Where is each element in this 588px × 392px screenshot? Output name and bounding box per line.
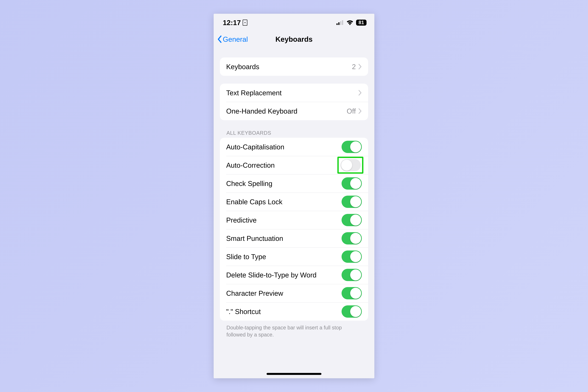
toggle-predictive[interactable] [342, 214, 362, 226]
row-label: Character Preview [226, 289, 283, 297]
toggle-knob [350, 233, 361, 244]
row-slide-type: Slide to Type [220, 248, 368, 266]
toggle-check-spelling[interactable] [342, 177, 362, 190]
toggle-auto-cap[interactable] [342, 141, 362, 153]
toggle-knob [350, 288, 361, 299]
toggle-knob [350, 214, 361, 226]
row-auto-correct: Auto-Correction [220, 156, 368, 174]
row-label: One-Handed Keyboard [226, 107, 298, 115]
back-label: General [223, 35, 248, 43]
toggle-knob [350, 251, 361, 262]
row-one-handed-keyboard[interactable]: One-Handed Keyboard Off [220, 102, 368, 120]
nav-bar: General Keyboards [214, 31, 374, 47]
row-label: Auto-Correction [226, 161, 275, 169]
row-right: 2 [352, 63, 362, 71]
chevron-right-icon [358, 64, 362, 70]
row-auto-cap: Auto-Capitalisation [220, 138, 368, 156]
status-right: 81 [336, 20, 366, 26]
row-label: Smart Punctuation [226, 234, 283, 242]
status-bar: 12:17 81 [214, 14, 374, 31]
toggle-knob [350, 270, 361, 280]
row-caps-lock: Enable Caps Lock [220, 192, 368, 211]
row-label: Auto-Capitalisation [226, 143, 284, 151]
section-title-all-keyboards: ALL KEYBOARDS [226, 130, 368, 136]
toggle-knob [350, 178, 361, 189]
group-all-keyboards: Auto-CapitalisationAuto-CorrectionCheck … [220, 138, 368, 321]
row-smart-punct: Smart Punctuation [220, 229, 368, 248]
row-char-preview: Character Preview [220, 284, 368, 302]
row-label: Enable Caps Lock [226, 198, 282, 206]
row-label: Slide to Type [226, 253, 266, 261]
toggle-knob [350, 306, 361, 317]
row-label: Check Spelling [226, 180, 272, 188]
toggle-knob [350, 196, 361, 207]
toggle-delete-slide[interactable] [342, 269, 362, 281]
highlight-box [338, 157, 364, 174]
toggle-knob [341, 160, 352, 171]
chevron-left-icon [217, 36, 222, 43]
row-label: Delete Slide-to-Type by Word [226, 271, 316, 279]
svg-rect-2 [340, 21, 341, 25]
toggle-slide-type[interactable] [342, 250, 362, 263]
battery-percent: 81 [358, 20, 364, 25]
toggle-caps-lock[interactable] [342, 196, 362, 208]
signal-icon [336, 20, 344, 25]
home-indicator[interactable] [266, 373, 322, 375]
group-keyboards: Keyboards 2 [220, 58, 368, 76]
row-text-replacement[interactable]: Text Replacement [220, 84, 368, 102]
row-delete-slide: Delete Slide-to-Type by Word [220, 266, 368, 284]
row-label: Text Replacement [226, 89, 282, 97]
row-right: Off [347, 107, 362, 115]
settings-scroll[interactable]: Keyboards 2 Text Replacement [214, 47, 374, 378]
footer-note: Double-tapping the space bar will insert… [226, 324, 357, 338]
toggle-auto-correct[interactable] [340, 159, 361, 171]
status-time: 12:17 [223, 18, 241, 27]
chevron-right-icon [358, 108, 362, 114]
row-keyboards[interactable]: Keyboards 2 [220, 58, 368, 76]
row-label: "." Shortcut [226, 308, 261, 316]
row-value: Off [347, 107, 356, 115]
row-dot-shortcut: "." Shortcut [220, 302, 368, 321]
battery-indicator: 81 [356, 20, 366, 26]
toggle-knob [350, 142, 361, 152]
row-check-spelling: Check Spelling [220, 174, 368, 192]
row-predictive: Predictive [220, 211, 368, 229]
wifi-icon [346, 20, 354, 25]
toggle-smart-punct[interactable] [342, 232, 362, 244]
toggle-char-preview[interactable] [342, 287, 362, 299]
sim-icon [243, 20, 247, 26]
toggle-dot-shortcut[interactable] [342, 305, 362, 318]
svg-rect-0 [336, 24, 338, 25]
status-left: 12:17 [223, 18, 247, 27]
row-value: 2 [352, 63, 356, 71]
phone-frame: 12:17 81 [214, 14, 374, 378]
svg-rect-1 [338, 22, 340, 25]
back-button[interactable]: General [217, 35, 248, 43]
svg-rect-3 [342, 20, 343, 25]
row-label: Predictive [226, 216, 257, 224]
chevron-right-icon [358, 90, 362, 96]
row-right [358, 90, 362, 96]
group-keyboard-options: Text Replacement One-Handed Keyboard Off [220, 84, 368, 120]
row-label: Keyboards [226, 63, 259, 71]
nav-title: Keyboards [276, 35, 312, 44]
